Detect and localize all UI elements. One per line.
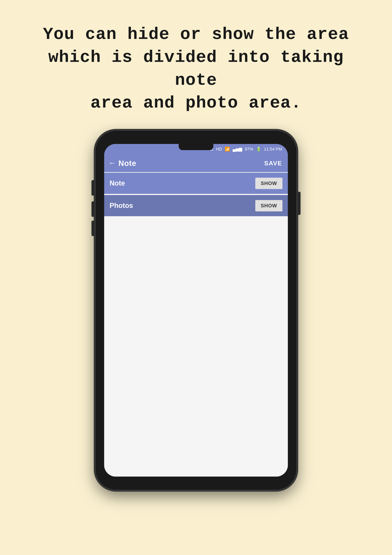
wifi-icon: 📶: [225, 147, 230, 152]
app-title: Note: [118, 159, 264, 168]
time-display: 11:54 PM: [264, 147, 282, 152]
app-bar: ← Note SAVE: [104, 154, 288, 172]
battery-icon: 🔋: [256, 147, 261, 152]
content-area: Note SHOW Photos SHOW: [104, 173, 288, 477]
note-section-row: Note SHOW: [104, 173, 288, 194]
status-bar-content: ⊡ HD 📶 ▄▅▆ 97% 🔋 11:54 PM: [210, 147, 282, 152]
headline-line3: area and photo area.: [91, 94, 301, 113]
phone-screen: ⊡ HD 📶 ▄▅▆ 97% 🔋 11:54 PM ← Note SAVE: [104, 144, 288, 477]
phone-notch: [179, 144, 213, 150]
headline-text: You can hide or show the area which is d…: [42, 23, 350, 115]
photos-show-button[interactable]: SHOW: [255, 200, 282, 212]
note-section-label: Note: [110, 179, 255, 187]
save-button[interactable]: SAVE: [264, 160, 282, 167]
phone-mockup: ⊡ HD 📶 ▄▅▆ 97% 🔋 11:54 PM ← Note SAVE: [95, 130, 297, 490]
signal-icon: ▄▅▆: [233, 147, 242, 152]
hd-icon: HD: [216, 147, 222, 152]
phone-shell: ⊡ HD 📶 ▄▅▆ 97% 🔋 11:54 PM ← Note SAVE: [95, 130, 297, 490]
photos-section-label: Photos: [110, 202, 255, 210]
note-show-button[interactable]: SHOW: [255, 178, 282, 189]
battery-percent: 97%: [245, 147, 253, 152]
headline-line1: You can hide or show the area: [43, 25, 349, 44]
photos-section-row: Photos SHOW: [104, 195, 288, 216]
back-button[interactable]: ←: [110, 159, 114, 168]
headline-line2: which is divided into taking note: [48, 48, 344, 90]
